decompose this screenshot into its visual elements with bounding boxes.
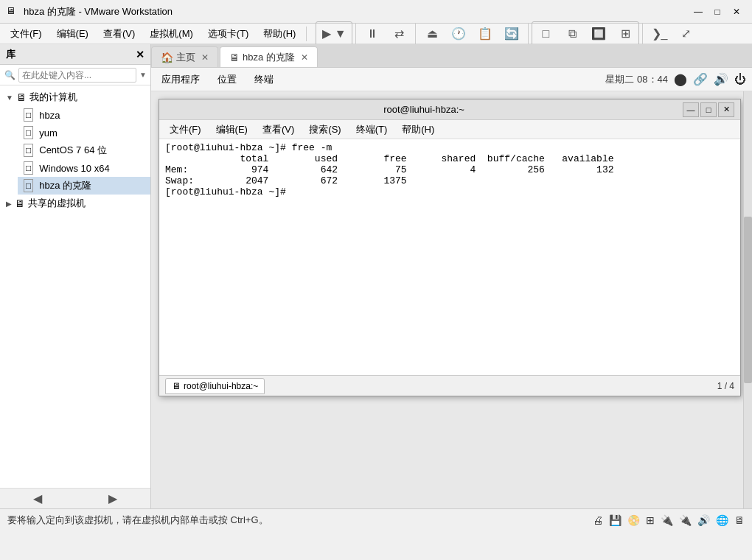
terminal-win-buttons: — □ ✕	[683, 102, 734, 117]
menu-vm[interactable]: 虚拟机(M)	[142, 24, 201, 43]
shared-icon: 🖥	[15, 197, 25, 209]
menu-edit[interactable]: 编辑(E)	[49, 24, 96, 43]
sidebar-item-label: 我的计算机	[29, 91, 77, 104]
menu-bar: 文件(F) 编辑(E) 查看(V) 虚拟机(M) 选项卡(T) 帮助(H) ▶ …	[0, 24, 752, 44]
full-view-button[interactable]: 🔲	[585, 22, 612, 46]
vm-scrollbar[interactable]	[743, 91, 752, 508]
sep4	[642, 24, 643, 44]
status-icon-audio[interactable]: 🔊	[697, 514, 710, 526]
refresh-button[interactable]: 🔄	[498, 22, 525, 46]
console-button[interactable]: ❯_	[646, 22, 672, 46]
sep3	[528, 24, 529, 44]
snapshot-manager-button[interactable]: 🕐	[445, 22, 472, 46]
play-button[interactable]: ▶ ▼	[316, 22, 352, 46]
sidebar-prev-button[interactable]: ◀	[0, 489, 75, 508]
tree-expand-icon: ▶	[6, 200, 12, 208]
status-icon-printer[interactable]: 🖨	[593, 514, 603, 526]
vm-scrollbar-thumb[interactable]	[744, 217, 752, 383]
tab-label: hbza 的克隆	[243, 51, 295, 64]
vm-menu-apps[interactable]: 应用程序	[157, 70, 204, 89]
sep1	[355, 24, 356, 44]
snapshot-button[interactable]: ⏏	[419, 22, 445, 46]
sidebar-children: □ hbza □ yum □ CentOS 7 64 位 □ Windows 1…	[0, 106, 150, 195]
terminal-close-button[interactable]: ✕	[718, 102, 734, 117]
vm-icon-power[interactable]: ⏻	[734, 73, 746, 86]
terminal-menu-bar: 文件(F) 编辑(E) 查看(V) 搜索(S) 终端(T) 帮助(H)	[159, 120, 740, 139]
sidebar-item-yum[interactable]: □ yum	[18, 124, 150, 141]
sidebar-item-label: hbza 的克隆	[39, 179, 91, 192]
sidebar-bottom-bar: ◀ ▶	[0, 488, 150, 508]
tab-vm-clone[interactable]: 🖥 hbza 的克隆 ✕	[220, 46, 318, 67]
status-icon-hdd[interactable]: 💾	[609, 514, 622, 526]
status-icon-vm[interactable]: 🖥	[734, 514, 745, 526]
sidebar-item-centos[interactable]: □ CentOS 7 64 位	[18, 141, 150, 159]
status-icon-usb1[interactable]: 🔌	[661, 514, 673, 526]
maximize-button[interactable]: □	[708, 2, 727, 21]
menu-help[interactable]: 帮助(H)	[256, 24, 303, 43]
term-menu-help[interactable]: 帮助(H)	[394, 121, 442, 139]
term-menu-view[interactable]: 查看(V)	[255, 121, 302, 139]
status-icon-disk[interactable]: 📀	[627, 514, 640, 526]
clone-button[interactable]: 📋	[472, 22, 498, 46]
vm-icon: □	[24, 108, 33, 122]
sidebar-item-label: hbza	[39, 110, 60, 121]
sidebar-item-shared[interactable]: ▶ 🖥 共享的虚拟机	[0, 195, 150, 212]
terminal-maximize-button[interactable]: □	[700, 102, 717, 117]
tab-close-icon[interactable]: ✕	[201, 52, 209, 63]
term-menu-search[interactable]: 搜索(S)	[302, 121, 348, 139]
close-button[interactable]: ✕	[727, 2, 746, 21]
status-icon-usb2[interactable]: 🔌	[679, 514, 692, 526]
sidebar-item-my-computer[interactable]: ▼ 🖥 我的计算机	[0, 88, 150, 106]
tabs-view-button[interactable]: ⊞	[612, 22, 638, 46]
vm-icon-network[interactable]: 🔗	[693, 72, 708, 86]
status-message: 要将输入定向到该虚拟机，请在虚拟机内部单击或按 Ctrl+G。	[7, 514, 268, 527]
term-menu-edit[interactable]: 编辑(E)	[209, 121, 255, 139]
tab-home[interactable]: 🏠 主页 ✕	[151, 46, 218, 67]
search-icon: 🔍	[4, 70, 15, 80]
content-area: 🏠 主页 ✕ 🖥 hbza 的克隆 ✕ 应用程序 位置 终端 星期二 08：44…	[151, 44, 752, 508]
term-menu-file[interactable]: 文件(F)	[162, 121, 209, 139]
sidebar-item-label: Windows 10 x64	[39, 163, 109, 174]
unity-view-button[interactable]: ⧉	[559, 22, 585, 46]
sidebar-item-label: CentOS 7 64 位	[39, 144, 107, 157]
menu-view[interactable]: 查看(V)	[96, 24, 142, 43]
terminal-title: root@liuhui-hbza:~	[165, 104, 683, 115]
term-menu-terminal[interactable]: 终端(T)	[349, 121, 395, 139]
vm-icon: □	[24, 161, 33, 175]
sidebar-next-button[interactable]: ▶	[75, 489, 150, 508]
menu-file[interactable]: 文件(F)	[3, 24, 49, 43]
tab-label: 主页	[176, 51, 195, 64]
menu-tabs[interactable]: 选项卡(T)	[201, 24, 257, 43]
terminal-tabbar: 🖥 root@liuhui-hbza:~ 1 / 4	[159, 375, 740, 396]
terminal-window: root@liuhui-hbza:~ — □ ✕ 文件(F) 编辑(E) 查看(…	[159, 99, 741, 396]
tree-expand-icon: ▼	[6, 94, 13, 102]
terminal-body[interactable]: [root@liuhui-hbza ~]# free -m total used…	[159, 139, 740, 375]
search-input[interactable]	[18, 68, 136, 83]
vm-menu-terminal[interactable]: 终端	[250, 70, 278, 89]
sidebar-item-hbza-clone[interactable]: □ hbza 的克隆	[18, 177, 150, 195]
sidebar-search-bar: 🔍 ▼	[0, 65, 150, 85]
status-icon-display[interactable]: ⊞	[646, 514, 655, 526]
vm-menu-places[interactable]: 位置	[213, 70, 241, 89]
terminal-page-info: 1 / 4	[717, 381, 734, 391]
terminal-tab[interactable]: 🖥 root@liuhui-hbza:~	[165, 378, 265, 394]
restart-button[interactable]: ⇄	[386, 22, 412, 46]
minimize-button[interactable]: —	[689, 2, 708, 21]
vm-icon: □	[24, 144, 33, 157]
terminal-minimize-button[interactable]: —	[683, 102, 699, 117]
search-dropdown-icon[interactable]: ▼	[139, 71, 147, 79]
fullscreen-button[interactable]: ⤢	[672, 22, 699, 46]
sidebar-close-icon[interactable]: ✕	[136, 49, 145, 60]
computer-icon: 🖥	[16, 91, 27, 103]
sidebar-item-hbza[interactable]: □ hbza	[18, 106, 150, 124]
status-bar: 要将输入定向到该虚拟机，请在虚拟机内部单击或按 Ctrl+G。 🖨 💾 📀 ⊞ …	[0, 508, 752, 531]
vm-icon-camera[interactable]: ⬤	[674, 72, 687, 86]
normal-view-button[interactable]: □	[532, 22, 559, 46]
sidebar-item-win10[interactable]: □ Windows 10 x64	[18, 159, 150, 177]
vm-icon: □	[24, 126, 33, 139]
vm-content[interactable]: root@liuhui-hbza:~ — □ ✕ 文件(F) 编辑(E) 查看(…	[151, 91, 752, 508]
suspend-button[interactable]: ⏸	[359, 22, 386, 46]
tab-close-icon[interactable]: ✕	[301, 52, 308, 63]
vm-icon-sound[interactable]: 🔊	[714, 72, 728, 86]
status-icon-network[interactable]: 🌐	[716, 514, 728, 526]
